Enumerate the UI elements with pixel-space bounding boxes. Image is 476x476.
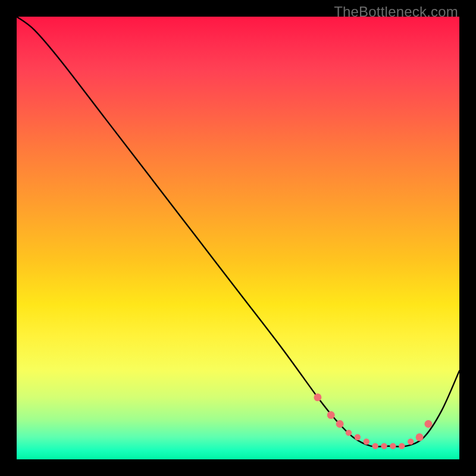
marker-dot <box>346 430 352 436</box>
marker-dot <box>336 420 344 428</box>
marker-dot <box>364 439 369 444</box>
marker-dot <box>314 393 321 401</box>
marker-dot <box>424 420 432 428</box>
watermark-text: TheBottleneck.com <box>334 4 458 20</box>
marker-dot <box>390 443 396 449</box>
marker-dot <box>416 433 424 441</box>
plot-area <box>17 17 459 459</box>
curve-layer <box>17 17 459 459</box>
bottleneck-curve <box>17 17 459 447</box>
marker-dot <box>408 439 414 444</box>
marker-dot <box>399 443 405 449</box>
marker-dot <box>372 443 378 449</box>
marker-group <box>314 393 432 449</box>
marker-dot <box>355 434 361 440</box>
marker-dot <box>327 411 335 419</box>
marker-dot <box>381 443 387 449</box>
chart-frame: TheBottleneck.com <box>0 0 476 476</box>
